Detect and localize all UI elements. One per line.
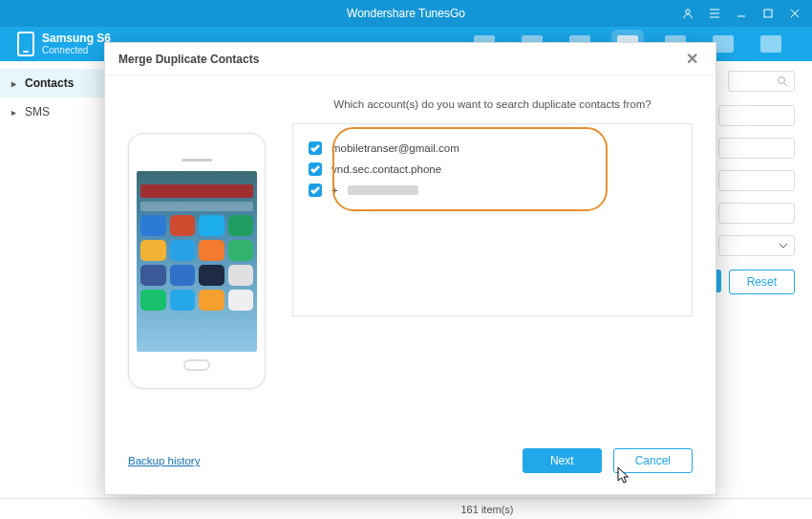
field-3[interactable]	[718, 170, 795, 191]
app-title: Wondershare TunesGo	[347, 7, 465, 20]
chevron-right-icon: ▸	[11, 107, 19, 118]
checkbox[interactable]	[309, 141, 322, 155]
reset-button[interactable]: Reset	[729, 270, 795, 294]
checkbox[interactable]	[309, 184, 322, 197]
accounts-panel: Which account(s) do you want to search d…	[292, 98, 693, 441]
menu-icon[interactable]	[701, 4, 728, 23]
account-row[interactable]: +	[309, 180, 676, 201]
search-icon	[777, 76, 788, 87]
device-name: Samsung S6	[42, 32, 111, 45]
dialog-title: Merge Duplicate Contacts	[118, 53, 259, 66]
maximize-icon[interactable]	[755, 4, 781, 23]
item-count: 161 item(s)	[460, 504, 513, 515]
search-input[interactable]	[728, 71, 795, 92]
status-bar: 161 item(s)	[0, 498, 812, 519]
sidebar-item-label: Contacts	[25, 76, 74, 90]
sidebar-item-label: SMS	[25, 105, 50, 119]
dialog-body: Which account(s) do you want to search d…	[105, 76, 716, 441]
account-row[interactable]: vnd.sec.contact.phone	[309, 159, 676, 180]
svg-point-2	[779, 77, 785, 84]
tab-icon-7[interactable]	[760, 35, 781, 53]
account-label: vnd.sec.contact.phone	[331, 163, 441, 175]
phone-preview	[128, 133, 266, 389]
field-1[interactable]	[718, 105, 795, 126]
dialog-header: Merge Duplicate Contacts ✕	[105, 43, 716, 76]
checkbox[interactable]	[309, 162, 322, 176]
account-row[interactable]: mobiletranser@gmail.com	[309, 138, 676, 159]
home-button-icon	[183, 359, 210, 371]
account-icon[interactable]	[674, 4, 701, 23]
close-icon[interactable]: ✕	[682, 46, 702, 72]
dialog-question: Which account(s) do you want to search d…	[292, 98, 693, 110]
account-label: +	[331, 184, 338, 196]
chevron-right-icon: ▸	[11, 78, 19, 89]
device-status: Connected	[42, 45, 111, 55]
field-2[interactable]	[718, 138, 795, 159]
merge-contacts-dialog: Merge Duplicate Contacts ✕ Which account…	[104, 42, 716, 495]
dropdown[interactable]	[718, 235, 795, 256]
close-icon[interactable]	[781, 4, 808, 23]
titlebar: Wondershare TunesGo	[0, 0, 812, 27]
chevron-down-icon	[779, 243, 788, 249]
backup-history-link[interactable]: Backup history	[128, 455, 200, 466]
window-controls	[674, 0, 808, 27]
account-label: mobiletranser@gmail.com	[331, 142, 459, 154]
next-button[interactable]: Next	[523, 448, 602, 473]
redacted-text	[348, 185, 418, 195]
svg-point-0	[686, 10, 690, 13]
phone-icon	[17, 32, 34, 56]
svg-rect-1	[764, 10, 772, 17]
field-4[interactable]	[718, 203, 795, 224]
dialog-footer: Backup history Next Cancel	[105, 441, 716, 494]
accounts-list: mobiletranser@gmail.com vnd.sec.contact.…	[292, 123, 693, 316]
cancel-button[interactable]: Cancel	[613, 448, 693, 473]
minimize-icon[interactable]	[728, 4, 755, 23]
